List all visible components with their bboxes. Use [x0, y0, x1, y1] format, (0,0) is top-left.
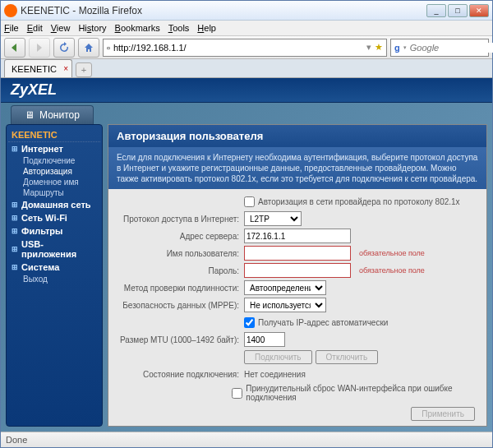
menu-tools[interactable]: Tools	[168, 23, 190, 33]
sidebar-group-filters[interactable]: Фильтры	[8, 224, 100, 238]
home-button[interactable]	[78, 38, 99, 58]
authmethod-select[interactable]: Автоопределение	[244, 280, 326, 295]
toolbar: ▫ ▾ ★ g▾ 🔍	[1, 36, 492, 59]
page-icon: ▫	[107, 43, 110, 53]
mppe-label: Безопасность данных (MPPE):	[117, 301, 244, 310]
sidebar-group-wifi[interactable]: Сеть Wi-Fi	[8, 211, 100, 224]
sidebar: KEENETIC Интернет Подключение Авторизаци…	[6, 124, 103, 427]
menu-history[interactable]: History	[78, 23, 106, 33]
url-input[interactable]	[113, 43, 363, 53]
forward-button[interactable]	[29, 38, 50, 58]
sidebar-group-homenet[interactable]: Домашняя сеть	[8, 198, 100, 211]
panel-help: Если для подключения к Интернету необход…	[108, 147, 486, 189]
sidebar-root[interactable]: KEENETIC	[8, 128, 100, 142]
conn-state-value: Нет соединения	[244, 370, 306, 379]
tab-bar: KEENETIC × +	[1, 59, 492, 78]
titlebar: KEENETIC - Mozilla Firefox _ □ ✕	[1, 1, 492, 21]
mtu-input[interactable]	[244, 332, 285, 347]
autoip-checkbox[interactable]	[244, 317, 255, 328]
conn-state-label: Состояние подключения:	[117, 370, 244, 379]
back-button[interactable]	[4, 38, 25, 58]
tab-close-icon[interactable]: ×	[63, 64, 68, 73]
sidebar-item-auth[interactable]: Авторизация	[8, 166, 100, 177]
tab-keenetic[interactable]: KEENETIC ×	[4, 59, 72, 77]
server-input[interactable]	[244, 229, 351, 243]
tab-label: KEENETIC	[12, 64, 57, 74]
page-content: ZyXEL 🖥 Монитор KEENETIC Интернет Подклю…	[1, 78, 492, 432]
sidebar-item-domain[interactable]: Доменное имя	[8, 177, 100, 187]
main-panel: Авторизация пользователя Если для подклю…	[108, 124, 487, 427]
forcereset-label: Принудительный сброс WAN-интерфейса при …	[246, 384, 478, 402]
sidebar-group-system[interactable]: Система	[8, 261, 100, 274]
star-icon[interactable]: ★	[375, 42, 383, 53]
sidebar-item-logout[interactable]: Выход	[8, 274, 100, 284]
auth-8021x-label: Авторизация в сети провайдера по протоко…	[258, 197, 460, 206]
menu-view[interactable]: View	[51, 23, 71, 33]
reload-button[interactable]	[53, 38, 75, 58]
menu-file[interactable]: File	[4, 23, 19, 33]
disconnect-button[interactable]: Отключить	[316, 350, 379, 364]
apply-button[interactable]: Применить	[411, 407, 475, 421]
menu-bookmarks[interactable]: Bookmarks	[115, 23, 160, 33]
monitor-button[interactable]: 🖥 Монитор	[11, 105, 94, 124]
user-label: Имя пользователя:	[117, 249, 244, 258]
required-hint: обязательное поле	[359, 249, 425, 257]
panel-title: Авторизация пользователя	[108, 125, 486, 147]
auth-8021x-checkbox[interactable]	[244, 196, 255, 207]
statusbar: Done	[1, 432, 492, 447]
window-title: KEENETIC - Mozilla Firefox	[21, 5, 426, 16]
connect-button[interactable]: Подключить	[244, 350, 312, 364]
app-window: KEENETIC - Mozilla Firefox _ □ ✕ File Ed…	[0, 0, 493, 448]
mtu-label: Размер MTU (1000–1492 байт):	[117, 335, 244, 344]
dropdown-icon[interactable]: ▾	[366, 42, 371, 53]
new-tab-button[interactable]: +	[76, 62, 92, 77]
pass-label: Пароль:	[117, 266, 244, 275]
dropdown-icon[interactable]: ▾	[403, 44, 407, 51]
server-label: Адрес сервера:	[117, 232, 244, 241]
user-input[interactable]	[244, 246, 351, 261]
protocol-label: Протокол доступа в Интернет:	[117, 215, 244, 224]
monitor-icon: 🖥	[25, 109, 35, 121]
forcereset-checkbox[interactable]	[232, 388, 242, 399]
status-text: Done	[6, 435, 27, 445]
menubar: File Edit View History Bookmarks Tools H…	[1, 21, 492, 36]
minimize-button[interactable]: _	[426, 4, 446, 17]
autoip-label: Получать IP-адрес автоматически	[258, 318, 388, 327]
protocol-select[interactable]: L2TP	[244, 211, 302, 226]
google-icon: g	[394, 43, 400, 53]
menu-help[interactable]: Help	[197, 23, 216, 33]
brand-logo: ZyXEL	[1, 78, 492, 103]
url-bar[interactable]: ▫ ▾ ★	[103, 39, 387, 57]
menu-edit[interactable]: Edit	[27, 23, 43, 33]
close-button[interactable]: ✕	[469, 4, 489, 17]
pass-input[interactable]	[244, 263, 351, 278]
sidebar-item-routes[interactable]: Маршруты	[8, 187, 100, 198]
sidebar-group-internet[interactable]: Интернет	[8, 142, 100, 155]
sidebar-group-usb[interactable]: USB-приложения	[8, 238, 100, 261]
firefox-icon	[4, 4, 17, 17]
maximize-button[interactable]: □	[448, 4, 468, 17]
sidebar-item-connection[interactable]: Подключение	[8, 155, 100, 166]
authmethod-label: Метод проверки подлинности:	[117, 284, 244, 293]
required-hint: обязательное поле	[359, 266, 425, 275]
panel-body: Авторизация в сети провайдера по протоко…	[108, 189, 486, 426]
mppe-select[interactable]: Не используется	[244, 298, 326, 312]
monitor-label: Монитор	[39, 109, 80, 121]
search-input[interactable]	[410, 43, 493, 53]
search-box[interactable]: g▾ 🔍	[390, 39, 489, 57]
